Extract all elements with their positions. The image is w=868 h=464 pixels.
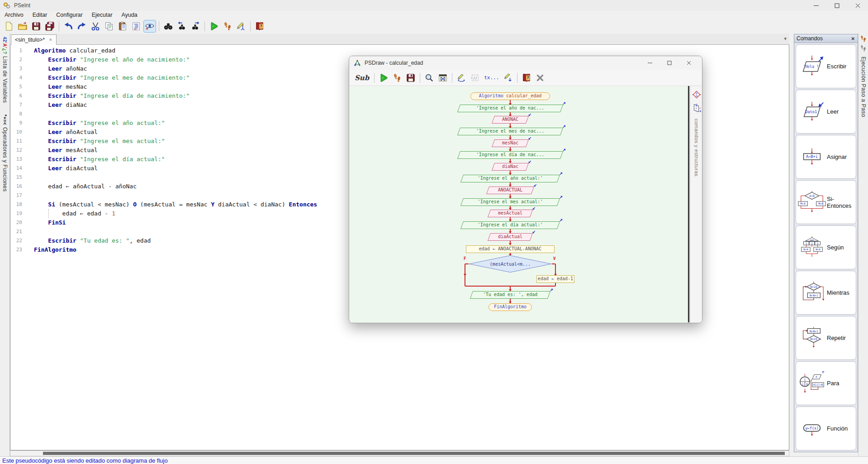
- undo-button[interactable]: [62, 20, 74, 32]
- flow-node-out[interactable]: 'Ingrese el mes actual:'↗: [462, 198, 559, 206]
- flow-node-out[interactable]: 'Ingrese el día de nac...↗: [459, 151, 562, 159]
- close-icon[interactable]: [847, 0, 868, 11]
- cmd-asignar-icon: A←B+i: [798, 144, 826, 170]
- flow-node-in[interactable]: mesNac↙: [493, 139, 527, 147]
- zoom-button[interactable]: [423, 72, 435, 84]
- save-icon: [406, 73, 416, 83]
- save-icon: [31, 21, 41, 31]
- edit-mode-button[interactable]: [455, 72, 467, 84]
- toolbar-separator: [452, 73, 452, 83]
- flow-node-proc[interactable]: edad ← ANOACTUAL-ANONAC: [466, 245, 555, 253]
- flowchart-canvas[interactable]: Algoritmo calcular_edad'Ingrese el año d…: [350, 86, 688, 323]
- sidebar-tab-operadores-y-funciones[interactable]: *+=<Operadores y Funciones: [0, 115, 9, 200]
- flow-node-in[interactable]: diaActual↙: [489, 233, 531, 241]
- menu-ejecutar[interactable]: Ejecutar: [87, 11, 117, 19]
- flow-node-label: FinAlgoritmo: [489, 303, 532, 310]
- tab-sin-titulo[interactable]: <sin_titulo>* ✕: [11, 34, 57, 45]
- menu-editar[interactable]: Editar: [28, 11, 52, 19]
- line-number: 18: [10, 200, 22, 209]
- fit-view-button[interactable]: [437, 72, 449, 84]
- text-mode-button[interactable]: tx...: [483, 72, 500, 84]
- flow-node-out[interactable]: 'Ingrese el año de nac...↗: [459, 105, 562, 112]
- command-asignar[interactable]: A←B+iAsignar: [796, 135, 856, 179]
- command-escribir[interactable]: 'Hola !'Escribir: [796, 44, 856, 88]
- cut-button[interactable]: [90, 20, 101, 32]
- psdraw-minimize-icon[interactable]: [640, 56, 659, 70]
- psdraw-maximize-icon[interactable]: [659, 56, 679, 70]
- format-source-button[interactable]: [130, 20, 142, 32]
- flow-node-in[interactable]: ANOACTUAL↙: [488, 187, 533, 194]
- psdraw-commands-tab-label: comandos y estructuras: [694, 119, 699, 177]
- command-repetir[interactable]: N←N+1N=10Repetir: [796, 316, 856, 360]
- line-number: 5: [10, 82, 22, 91]
- flow-node-start[interactable]: Algoritmo calcular_edad: [470, 92, 550, 100]
- menu-ayuda[interactable]: Ayuda: [117, 11, 142, 19]
- flow-node-out[interactable]: 'Tu edad es: ', edad↗: [471, 291, 549, 299]
- svg-text:N←A: N←A: [816, 248, 821, 251]
- comment-button[interactable]: //: [469, 72, 481, 84]
- find-prev-button[interactable]: [176, 20, 188, 32]
- editor-horizontal-scrollbar[interactable]: [10, 450, 789, 456]
- help-button[interactable]: ?: [521, 72, 532, 84]
- mini-output-icon: 'Hola !': [692, 103, 702, 113]
- commands-panel-close-icon[interactable]: ✕: [851, 36, 855, 41]
- tab-close-icon[interactable]: ✕: [49, 38, 52, 42]
- run-button[interactable]: [208, 20, 220, 32]
- psdraw-close-icon[interactable]: [679, 56, 698, 70]
- syntax-preview-button[interactable]: [144, 20, 156, 32]
- run-button[interactable]: [378, 72, 389, 84]
- subprocess-button[interactable]: Sub: [353, 72, 371, 84]
- flow-node-in[interactable]: mesActual↙: [489, 210, 531, 217]
- minimize-icon[interactable]: [806, 0, 826, 11]
- find-next-button[interactable]: [190, 20, 201, 32]
- pseint-window: PSeInt ArchivoEditarConfigurarEjecutarAy…: [0, 0, 868, 464]
- flow-node-out[interactable]: 'Ingrese el año actual:'↗: [462, 175, 559, 182]
- copy-button[interactable]: [103, 20, 115, 32]
- code-line-1[interactable]: 1Algoritmo calcular_edad: [10, 46, 789, 55]
- cmd-repetir-icon: N←N+1N=10: [798, 325, 826, 351]
- flow-node-in[interactable]: ANONAC↙: [493, 116, 527, 124]
- command-función[interactable]: y←f(x)Función: [796, 407, 856, 450]
- command-para[interactable]: i1NaA[i]←BPara: [796, 361, 856, 405]
- tab-list-chevron-icon[interactable]: ▾: [784, 36, 787, 42]
- redo-button[interactable]: [76, 20, 88, 32]
- command-si-entonces[interactable]: A>BM←AM←BSi-Entonces: [796, 180, 856, 224]
- menu-configurar[interactable]: Configurar: [52, 11, 87, 19]
- flow-node-decision[interactable]: (mesActual<m...: [469, 255, 552, 273]
- flow-node-in[interactable]: diaNac↙: [493, 163, 527, 171]
- menu-archivo[interactable]: Archivo: [0, 11, 28, 19]
- format-lines-icon: [131, 21, 141, 31]
- paste-button[interactable]: [117, 20, 128, 32]
- scrollbar-thumb[interactable]: [43, 452, 785, 455]
- new-button[interactable]: [3, 20, 15, 32]
- flow-node-end[interactable]: FinAlgoritmo: [489, 303, 532, 311]
- step-run-button[interactable]: [222, 20, 233, 32]
- svg-text:Dato1: Dato1: [805, 109, 817, 114]
- window-controls: [806, 0, 868, 11]
- close-edit-button[interactable]: [534, 72, 546, 84]
- flow-node-out[interactable]: 'Ingrese el mes de nac...↗: [459, 128, 562, 135]
- flow-node-label: 'Ingrese el año actual:': [462, 175, 559, 182]
- mini-decision-icon: A>B: [692, 90, 702, 100]
- draw-flowchart-button[interactable]: [235, 20, 247, 32]
- sidebar-tab-lista-de-variables[interactable]: 42'A'¿?Lista de Variables: [0, 37, 9, 111]
- psdraw-commands-tab[interactable]: A>B 'Hola !' comandos y estructuras: [690, 86, 702, 323]
- find-button[interactable]: [162, 20, 174, 32]
- flow-node-proc[interactable]: edad ← edad-1: [536, 275, 574, 283]
- step-run-button[interactable]: [391, 72, 403, 84]
- execution-step-tab[interactable]: Ejecución Paso a Paso: [858, 33, 868, 456]
- run-icon: [209, 21, 219, 31]
- save-all-button[interactable]: [44, 20, 56, 32]
- reorder-button[interactable]: [502, 72, 514, 84]
- command-mientras[interactable]: N<10N←N+1Mientras: [796, 271, 856, 315]
- save-button[interactable]: [405, 72, 417, 84]
- flow-node-out[interactable]: 'Ingrese el día actual:'↗: [462, 221, 559, 229]
- maximize-icon[interactable]: [826, 0, 847, 11]
- svg-text:i: i: [804, 378, 806, 381]
- open-button[interactable]: [17, 20, 28, 32]
- save-button[interactable]: [30, 20, 42, 32]
- help-button[interactable]: ?: [254, 20, 266, 32]
- command-leer[interactable]: Dato1Leer: [796, 90, 856, 134]
- command-seg-n[interactable]: dat123N←AN←ASegún: [796, 225, 856, 269]
- psdraw-scrollbar-thumb[interactable]: [688, 86, 689, 322]
